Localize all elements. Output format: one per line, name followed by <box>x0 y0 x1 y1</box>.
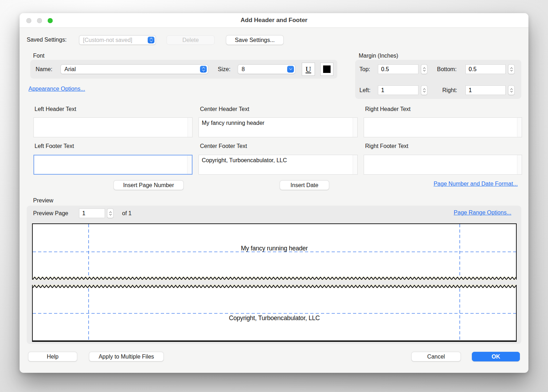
font-size-dropdown[interactable]: 8 <box>238 64 295 74</box>
close-window-icon[interactable] <box>26 18 31 23</box>
left-header-input[interactable] <box>33 117 193 137</box>
preview-page-stepper[interactable] <box>107 208 114 218</box>
font-name-label: Name: <box>36 66 52 73</box>
chevron-up-down-icon <box>200 66 207 73</box>
preview-footer-text: Copyright, Turboencabulator, LLC <box>33 314 516 322</box>
font-color-button[interactable] <box>320 63 333 76</box>
margin-left-input[interactable] <box>378 85 418 95</box>
font-size-label: Size: <box>218 66 231 73</box>
page-tear-icon <box>33 277 516 280</box>
chevron-up-down-icon <box>148 37 154 43</box>
dialog-title: Add Header and Footer <box>241 17 307 24</box>
margin-right-stepper[interactable] <box>508 85 515 95</box>
preview-header-text: My fancy running header <box>33 245 516 252</box>
preview-page-header-section: My fancy running header <box>32 223 517 280</box>
delete-settings-button[interactable]: Delete <box>167 35 215 45</box>
left-footer-input[interactable] <box>33 155 193 175</box>
preview-page-footer-section: Copyright, Turboencabulator, LLC <box>32 285 517 342</box>
font-panel: Name: Arial Size: 8 U <box>30 60 337 79</box>
saved-settings-dropdown[interactable]: [Custom-not saved] <box>79 35 156 45</box>
preview-page-input[interactable] <box>79 208 105 218</box>
left-footer-label: Left Footer Text <box>35 143 74 149</box>
right-header-label: Right Header Text <box>365 106 411 112</box>
margin-guides <box>33 285 516 340</box>
preview-page-of-label: of 1 <box>122 210 132 217</box>
window-controls <box>26 18 53 23</box>
font-name-dropdown[interactable]: Arial <box>60 64 208 74</box>
margin-bottom-stepper[interactable] <box>508 64 515 74</box>
margin-section-label: Margin (Inches) <box>359 53 398 59</box>
margin-top-stepper[interactable] <box>421 64 427 74</box>
center-header-input[interactable]: My fancy running header <box>199 117 358 137</box>
underline-button[interactable]: U <box>302 63 315 76</box>
title-bar: Add Header and Footer <box>20 13 528 28</box>
add-header-footer-dialog: Add Header and Footer Saved Settings: [C… <box>20 13 528 373</box>
margin-right-input[interactable] <box>465 85 506 95</box>
margin-bottom-input[interactable] <box>465 64 506 74</box>
apply-to-multiple-files-button[interactable]: Apply to Multiple Files <box>89 352 164 361</box>
margin-left-stepper[interactable] <box>421 85 427 95</box>
insert-date-button[interactable]: Insert Date <box>280 180 329 190</box>
help-button[interactable]: Help <box>28 352 77 361</box>
font-name-value: Arial <box>64 66 200 73</box>
right-footer-label: Right Footer Text <box>365 143 409 149</box>
cancel-button[interactable]: Cancel <box>411 352 461 361</box>
preview-section-label: Preview <box>33 197 53 204</box>
margin-top-label: Top: <box>359 66 370 73</box>
margin-right-label: Right: <box>442 87 457 94</box>
chevron-down-icon <box>287 66 294 73</box>
preview-page-label: Preview Page <box>33 210 68 217</box>
right-header-input[interactable] <box>364 117 522 137</box>
font-size-value: 8 <box>242 66 287 73</box>
preview-panel: Preview Page of 1 Page Range Options... … <box>27 206 521 344</box>
save-settings-button[interactable]: Save Settings... <box>226 35 284 45</box>
page-number-date-format-link[interactable]: Page Number and Date Format... <box>433 181 518 187</box>
margin-panel: Top: Bottom: Left: Right: <box>355 60 521 99</box>
zoom-window-icon[interactable] <box>48 18 53 23</box>
right-footer-input[interactable] <box>364 155 522 175</box>
center-footer-label: Center Footer Text <box>200 143 247 149</box>
underline-icon: U <box>306 65 311 74</box>
insert-page-number-button[interactable]: Insert Page Number <box>114 180 184 190</box>
center-footer-input[interactable]: Copyright, Turboencabulator, LLC <box>199 155 358 175</box>
saved-settings-value: [Custom-not saved] <box>83 37 148 43</box>
font-section-label: Font <box>33 53 44 59</box>
color-swatch-icon <box>323 65 331 73</box>
ok-button[interactable]: OK <box>472 352 520 361</box>
saved-settings-label: Saved Settings: <box>27 37 67 43</box>
margin-top-input[interactable] <box>378 64 418 74</box>
center-header-label: Center Header Text <box>200 106 249 112</box>
page-range-options-link[interactable]: Page Range Options... <box>454 210 511 216</box>
minimize-window-icon[interactable] <box>37 18 42 23</box>
margin-left-label: Left: <box>359 87 370 94</box>
left-header-label: Left Header Text <box>35 106 76 112</box>
margin-bottom-label: Bottom: <box>437 66 457 73</box>
appearance-options-link[interactable]: Appearance Options... <box>28 86 85 92</box>
